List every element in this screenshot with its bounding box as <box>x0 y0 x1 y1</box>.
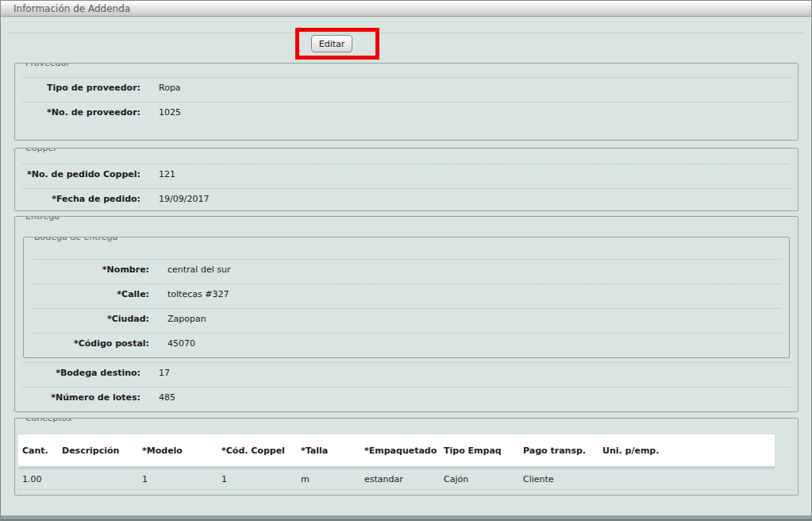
field-row-fecha-pedido: *Fecha de pedido: 19/09/2017 <box>23 188 790 211</box>
cell-modelo: 1 <box>142 474 221 484</box>
window-title: Información de Addenda <box>13 3 130 14</box>
field-label: *Código postal: <box>32 338 149 349</box>
addenda-window: Información de Addenda Editar Proveedor … <box>0 0 812 521</box>
window-titlebar[interactable]: Información de Addenda <box>1 1 811 17</box>
conceptos-table-header: Cant. Descripción *Modelo *Cód. Coppel *… <box>18 434 775 466</box>
field-label: *Nombre: <box>32 264 149 275</box>
field-value: Zapopan <box>167 314 206 324</box>
column-header-modelo[interactable]: *Modelo <box>142 446 221 456</box>
column-header-cant[interactable]: Cant. <box>22 446 62 456</box>
field-row-numero-lotes: *Número de lotes: 485 <box>23 387 790 411</box>
coppel-legend: Coppel <box>21 148 60 154</box>
field-label: *Bodega destino: <box>23 368 140 378</box>
window-bottom-edge <box>1 515 811 520</box>
column-header-empaquetado[interactable]: *Empaquetado <box>364 446 444 456</box>
cell-empaquetado: estandar <box>364 474 444 484</box>
cell-tipo-empaq: Cajón <box>444 474 523 484</box>
bodega-entrega-legend: Bodega de entrega <box>30 237 121 243</box>
row-separator-line <box>9 33 804 33</box>
cell-pago-transp: Cliente <box>523 474 602 484</box>
field-row-nombre: *Nombre: central del sur <box>32 259 781 284</box>
field-label: *Calle: <box>32 289 149 299</box>
conceptos-section: Conceptos Cant. Descripción *Modelo *Cód… <box>14 418 799 496</box>
column-header-cod-coppel[interactable]: *Cód. Coppel <box>221 446 301 456</box>
cell-cant: 1.00 <box>22 474 62 484</box>
field-label: *Ciudad: <box>32 314 149 324</box>
cell-talla: m <box>301 474 364 484</box>
proveedor-legend: Proveedor <box>21 63 74 69</box>
column-header-pago-transp[interactable]: Pago transp. <box>523 446 602 456</box>
coppel-section: Coppel *No. de pedido Coppel: 121 *Fecha… <box>14 148 799 211</box>
editar-button[interactable]: Editar <box>311 35 352 52</box>
field-row-ciudad: *Ciudad: Zapopan <box>32 308 781 333</box>
column-header-talla[interactable]: *Talla <box>301 446 364 456</box>
field-row-calle: *Calle: toltecas #327 <box>32 284 781 308</box>
field-value: 1025 <box>159 107 181 118</box>
field-label: *Número de lotes: <box>23 392 140 403</box>
entrega-legend: Entrega <box>21 216 63 222</box>
field-value: 485 <box>159 392 175 403</box>
field-row-tipo-proveedor: Tipo de proveedor: Ropa <box>23 77 790 102</box>
field-label: Tipo de proveedor: <box>23 83 140 93</box>
column-header-descripcion[interactable]: Descripción <box>62 446 142 456</box>
conceptos-legend: Conceptos <box>21 418 75 424</box>
field-value: 19/09/2017 <box>159 194 209 204</box>
field-row-codigo-postal: *Código postal: 45070 <box>32 333 781 357</box>
field-value: central del sur <box>167 264 230 275</box>
column-header-tipo-empaq[interactable]: Tipo Empaq <box>444 446 523 456</box>
conceptos-table: Cant. Descripción *Modelo *Cód. Coppel *… <box>18 434 795 490</box>
cell-cod-coppel: 1 <box>221 474 301 484</box>
field-row-bodega-destino: *Bodega destino: 17 <box>23 362 790 387</box>
field-label: *No. de pedido Coppel: <box>23 169 140 179</box>
bodega-entrega-section: Bodega de entrega *Nombre: central del s… <box>23 237 790 358</box>
field-value: Ropa <box>159 83 181 93</box>
table-row-separator <box>18 489 795 490</box>
field-value: toltecas #327 <box>167 289 229 299</box>
field-label: *Fecha de pedido: <box>23 194 140 204</box>
proveedor-section: Proveedor Tipo de proveedor: Ropa *No. d… <box>14 63 799 141</box>
column-header-uni-pemp[interactable]: Uni. p/emp. <box>602 446 775 456</box>
field-value: 17 <box>159 368 170 378</box>
field-label: *No. de proveedor: <box>23 107 140 118</box>
field-value: 45070 <box>167 338 195 349</box>
table-row[interactable]: 1.00 1 1 m estandar Cajón Cliente <box>18 469 775 489</box>
field-row-no-pedido: *No. de pedido Coppel: 121 <box>23 164 790 188</box>
field-row-no-proveedor: *No. de proveedor: 1025 <box>23 102 790 126</box>
field-value: 121 <box>159 169 175 179</box>
entrega-section: Entrega Bodega de entrega *Nombre: centr… <box>14 216 799 412</box>
